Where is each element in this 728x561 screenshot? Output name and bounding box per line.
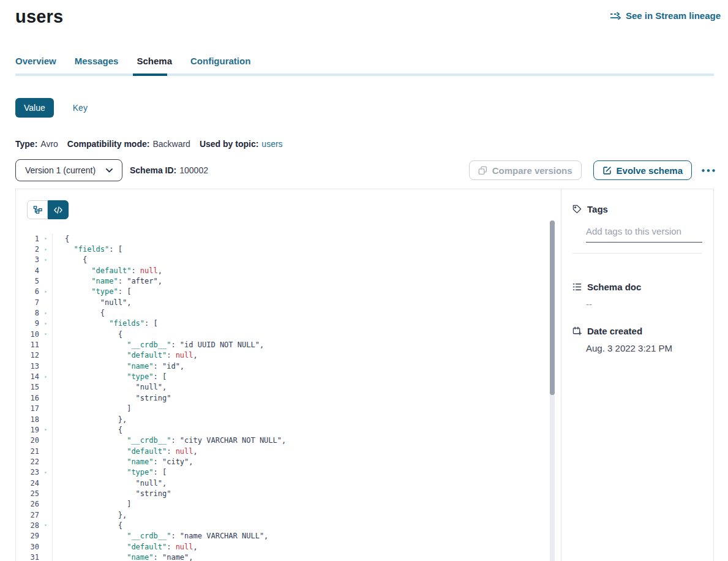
code-text: "null", (52, 297, 131, 307)
line-number: 18 (16, 415, 39, 424)
code-line: 14▾ "type": [ (16, 371, 561, 382)
code-line: 9▾ "fields": [ (16, 318, 561, 329)
more-options-button[interactable] (700, 167, 716, 175)
schema-doc-value: -- (586, 299, 702, 309)
code-text: { (52, 233, 69, 244)
schema-sidebar: Tags Schema doc -- (561, 189, 713, 561)
line-number: 17 (16, 404, 39, 413)
version-select[interactable]: Version 1 (current) (15, 159, 122, 181)
fold-arrow-icon[interactable]: ▾ (39, 311, 52, 316)
tags-heading: Tags (587, 204, 608, 214)
fold-arrow-icon[interactable]: ▾ (39, 247, 52, 252)
line-number: 20 (16, 436, 39, 445)
tree-view-button[interactable] (27, 200, 48, 219)
code-line: 20 "__crdb__": "city VARCHAR NOT NULL", (16, 435, 561, 446)
compare-versions-icon (478, 166, 487, 175)
code-line: 17 ] (16, 404, 561, 414)
line-number: 13 (16, 362, 39, 371)
line-number: 2 (16, 245, 39, 254)
topic-link[interactable]: users (261, 139, 282, 149)
line-number: 19 (16, 426, 39, 434)
line-number: 4 (16, 266, 39, 275)
compatibility-label: Compatibility mode: (67, 139, 150, 149)
tags-input[interactable] (586, 226, 702, 243)
code-line: 12 "default": null, (16, 350, 561, 361)
line-number: 3 (16, 255, 39, 264)
fold-arrow-icon[interactable]: ▾ (39, 289, 52, 295)
schema-panel: 1▾{2▾ "fields": [3▾ {4 "default": null,5… (15, 189, 714, 561)
code-text: "string" (52, 488, 171, 499)
tab-overview[interactable]: Overview (15, 56, 56, 73)
code-pane: 1▾{2▾ "fields": [3▾ {4 "default": null,5… (16, 189, 561, 561)
line-number: 23 (16, 468, 39, 476)
line-number: 24 (16, 479, 39, 488)
edit-icon (602, 166, 612, 175)
line-number: 7 (16, 298, 39, 307)
schema-meta-row: Type: Avro Compatibility mode: Backward … (15, 139, 728, 149)
code-text: ] (52, 499, 131, 510)
line-number: 11 (16, 341, 39, 349)
code-text: "__crdb__": "name VARCHAR NULL", (52, 531, 268, 541)
code-line: 7 "null", (16, 297, 561, 307)
code-text: { (52, 307, 105, 318)
tree-view-icon (33, 205, 42, 214)
code-text: "default": null, (52, 541, 198, 552)
fold-arrow-icon[interactable]: ▾ (39, 331, 52, 337)
fold-arrow-icon[interactable]: ▾ (39, 257, 52, 263)
line-number: 26 (16, 500, 39, 508)
evolve-schema-label: Evolve schema (617, 165, 683, 176)
code-line: 4 "default": null, (16, 265, 561, 276)
page-header: users See in Stream lineage (0, 0, 728, 27)
code-icon (54, 206, 62, 214)
code-line: 25 "string" (16, 488, 561, 499)
code-text: "type": [ (52, 371, 167, 382)
fold-arrow-icon[interactable]: ▾ (39, 374, 52, 380)
code-line: 15 "null", (16, 382, 561, 393)
code-view-button[interactable] (48, 200, 69, 219)
code-text: "__crdb__": "city VARCHAR NOT NULL", (52, 435, 286, 446)
fold-arrow-icon[interactable]: ▾ (39, 427, 52, 432)
code-line: 6▾ "type": [ (16, 287, 561, 297)
code-line: 30 "default": null, (16, 541, 561, 552)
code-text: "name": "after", (52, 276, 162, 286)
line-number: 8 (16, 309, 39, 317)
line-number: 10 (16, 330, 39, 339)
used-by-topic-label: Used by topic: (200, 139, 258, 149)
code-line: 11 "__crdb__": "id UUID NOT NULL", (16, 339, 561, 350)
tab-track (15, 73, 714, 76)
tab-messages[interactable]: Messages (75, 56, 119, 73)
fold-arrow-icon[interactable]: ▾ (39, 236, 52, 241)
meta-topic: Used by topic: users (200, 139, 283, 149)
line-number: 30 (16, 543, 39, 551)
tab-schema[interactable]: Schema (137, 56, 172, 73)
compare-versions-button[interactable]: Compare versions (469, 160, 582, 180)
fold-arrow-icon[interactable]: ▾ (39, 470, 52, 475)
line-number: 16 (16, 394, 39, 402)
date-created-section-header: Date created (572, 326, 702, 336)
fold-arrow-icon[interactable]: ▾ (39, 321, 52, 326)
code-line: 28▾ { (16, 520, 561, 530)
stream-lineage-label: See in Stream lineage (626, 10, 721, 21)
code-line: 29 "__crdb__": "name VARCHAR NULL", (16, 531, 561, 541)
schema-id: Schema ID: 100002 (130, 165, 208, 175)
line-number: 31 (16, 553, 39, 561)
line-number: 22 (16, 457, 39, 466)
code-text: "default": null, (52, 350, 198, 361)
page: users See in Stream lineage Overview Mes… (0, 0, 728, 561)
evolve-schema-button[interactable]: Evolve schema (593, 160, 692, 180)
code-line: 21 "default": null, (16, 446, 561, 456)
scrollbar-thumb[interactable] (550, 220, 555, 395)
fold-arrow-icon[interactable]: ▾ (39, 522, 52, 528)
line-number: 29 (16, 532, 39, 540)
key-toggle-button[interactable]: Key (69, 102, 91, 113)
value-toggle-button[interactable]: Value (15, 98, 54, 118)
tab-configuration[interactable]: Configuration (190, 56, 250, 73)
code-line: 8▾ { (16, 307, 561, 318)
tab-active-indicator (133, 73, 167, 76)
code-line: 19▾ { (16, 424, 561, 435)
stream-lineage-link[interactable]: See in Stream lineage (610, 10, 721, 21)
line-number: 27 (16, 511, 39, 519)
code-text: }, (52, 510, 127, 520)
meta-type: Type: Avro (15, 139, 58, 149)
code-line: 3▾ { (16, 255, 561, 265)
